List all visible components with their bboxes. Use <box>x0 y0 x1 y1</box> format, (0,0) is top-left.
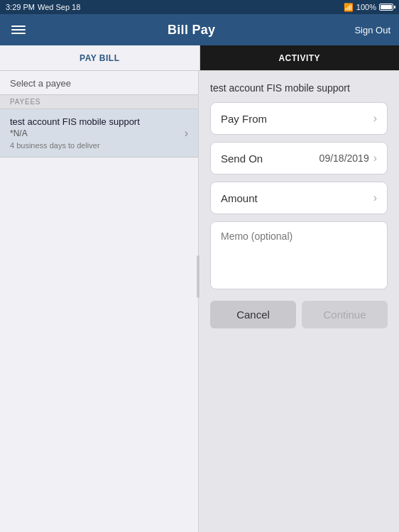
memo-input[interactable] <box>211 222 387 286</box>
menu-line-1 <box>11 26 26 27</box>
amount-row[interactable]: Amount › <box>211 182 387 214</box>
action-buttons: Cancel Continue <box>210 301 388 328</box>
pay-from-row[interactable]: Pay From › <box>211 103 387 134</box>
memo-section <box>210 221 388 289</box>
chevron-right-icon: › <box>373 112 377 125</box>
menu-line-2 <box>11 29 26 31</box>
menu-line-3 <box>11 33 26 34</box>
cancel-button[interactable]: Cancel <box>210 301 296 328</box>
status-date: Wed Sep 18 <box>38 3 80 11</box>
payee-info: test account FIS mobile support *N/A 4 b… <box>10 116 140 150</box>
send-on-chevron-icon: › <box>373 152 377 165</box>
pay-from-label: Pay From <box>221 113 267 125</box>
app-header: Bill Pay Sign Out <box>0 14 399 45</box>
send-on-date: 09/18/2019 <box>319 153 369 164</box>
payee-name: test account FIS mobile support <box>10 116 140 127</box>
pay-from-section: Pay From › <box>210 102 388 135</box>
selected-payee-title: test account FIS mobile support <box>210 82 388 94</box>
tab-activity[interactable]: ACTIVITY <box>200 45 400 70</box>
payee-chevron-icon: › <box>185 127 188 140</box>
amount-section: Amount › <box>210 182 388 214</box>
pay-from-value: › <box>373 112 377 125</box>
wifi-icon: 📶 <box>344 3 354 12</box>
app-title: Bill Pay <box>168 23 215 38</box>
signout-button[interactable]: Sign Out <box>354 25 390 35</box>
status-bar: 3:29 PM Wed Sep 18 📶 100% <box>0 0 399 14</box>
status-right: 📶 100% <box>344 3 393 12</box>
continue-button[interactable]: Continue <box>302 301 388 328</box>
status-time: 3:29 PM <box>6 3 35 11</box>
amount-label: Amount <box>221 192 258 204</box>
tab-bar: PAY BILL ACTIVITY <box>0 45 399 71</box>
payee-delivery: 4 business days to deliver <box>10 141 140 150</box>
send-on-section: Send On 09/18/2019 › <box>210 142 388 174</box>
select-payee-label: Select a payee <box>0 71 198 94</box>
send-on-row[interactable]: Send On 09/18/2019 › <box>211 143 387 174</box>
status-left: 3:29 PM Wed Sep 18 <box>6 3 80 11</box>
payees-section-header: PAYEES <box>0 94 198 109</box>
send-on-label: Send On <box>221 153 263 165</box>
tab-pay-bill-label: PAY BILL <box>80 53 119 63</box>
main-layout: Select a payee PAYEES test account FIS m… <box>0 71 399 532</box>
payee-account: *N/A <box>10 128 140 138</box>
divider-line <box>197 255 200 298</box>
right-panel: test account FIS mobile support Pay From… <box>199 71 399 532</box>
menu-button[interactable] <box>9 23 28 37</box>
send-on-value-group: 09/18/2019 › <box>319 152 377 165</box>
battery-icon <box>379 4 393 11</box>
amount-chevron-icon: › <box>373 192 377 204</box>
tab-pay-bill[interactable]: PAY BILL <box>0 45 200 70</box>
payee-item[interactable]: test account FIS mobile support *N/A 4 b… <box>0 109 198 157</box>
left-panel: Select a payee PAYEES test account FIS m… <box>0 71 199 532</box>
tab-activity-label: ACTIVITY <box>278 53 320 63</box>
amount-value-group: › <box>373 192 377 204</box>
battery-label: 100% <box>356 3 376 11</box>
